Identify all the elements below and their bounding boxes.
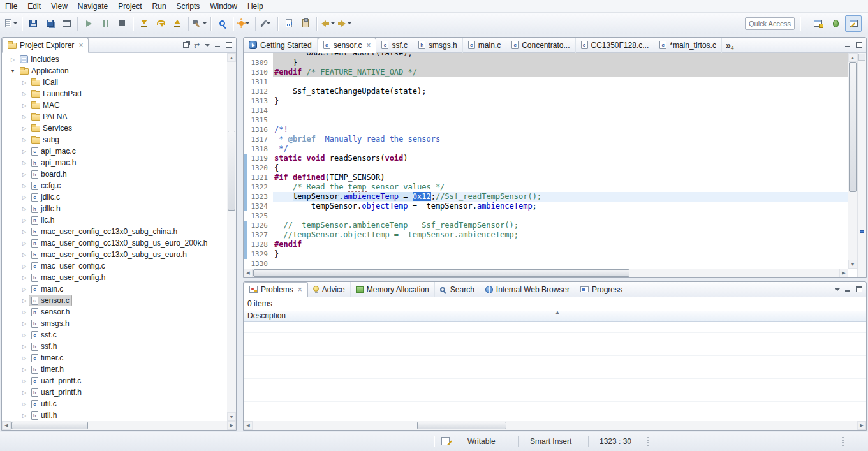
code-line[interactable]: 1326 // tempSensor.ambienceTemp = Ssf_re… [244, 221, 848, 230]
menu-item-navigate[interactable]: Navigate [73, 1, 113, 12]
tab-overflow-button[interactable]: » 4 [726, 39, 734, 52]
build-button[interactable] [192, 16, 207, 31]
editor-tab[interactable]: cmain.c [463, 38, 506, 53]
line-number[interactable]: 1312 [244, 87, 268, 96]
forward-button[interactable] [337, 16, 352, 31]
ccs-debug-perspective-button[interactable] [827, 15, 844, 32]
tree-item[interactable]: ▷cjdllc.c [2, 191, 227, 203]
minimize-button[interactable] [215, 42, 221, 48]
editor-tab[interactable]: Getting Started [244, 38, 318, 53]
line-number[interactable]: 1329 [244, 249, 268, 259]
scroll-left-icon[interactable]: ◀ [2, 421, 11, 430]
overview-ruler[interactable] [857, 53, 866, 277]
scroll-left-icon[interactable]: ◀ [244, 269, 253, 277]
problems-table[interactable] [244, 322, 866, 421]
expand-arrow-icon[interactable]: ▷ [20, 126, 29, 131]
tree-item-row[interactable]: cutil.c [29, 398, 59, 410]
open-perspective-button[interactable] [809, 15, 826, 32]
line-number[interactable]: 1324 [244, 202, 268, 211]
expand-arrow-icon[interactable]: ▷ [20, 298, 29, 304]
expand-arrow-icon[interactable]: ▷ [20, 195, 29, 200]
tree-item[interactable]: ▷hmac_user_config_cc13x0_subg_china.h [2, 226, 227, 237]
code-line[interactable]: 1323 tempSensor.ambienceTemp = 0x12;//Ss… [244, 192, 848, 202]
overview-annotation[interactable] [860, 230, 864, 233]
tree-item-row[interactable]: cmain.c [29, 283, 66, 295]
tree-item[interactable]: ▷LaunchPad [2, 88, 227, 100]
menu-item-run[interactable]: Run [147, 1, 172, 12]
code-line[interactable]: 1317 * @brief Manually read the sensors [244, 135, 848, 144]
code-line[interactable]: 1319static void readSensors(void) [244, 154, 848, 163]
editor-hscrollbar[interactable]: ◀ ▶ [244, 269, 848, 277]
tree-item-row[interactable]: ICall [29, 77, 61, 88]
expand-arrow-icon[interactable]: ▷ [20, 240, 29, 246]
project-explorer-tab[interactable]: Project Explorer × [2, 38, 89, 53]
expand-arrow-icon[interactable]: ▷ [20, 206, 29, 212]
new-file-button[interactable] [3, 16, 18, 31]
tree-item-row[interactable]: Includes [17, 54, 62, 65]
save-all-button[interactable] [42, 16, 57, 31]
expand-arrow-icon[interactable]: ▷ [8, 57, 17, 63]
close-icon[interactable]: × [298, 286, 302, 293]
view-tab[interactable]: Internal Web Browser [480, 282, 575, 297]
line-number[interactable]: 1313 [244, 96, 268, 106]
line-number[interactable]: 1316 [244, 125, 268, 135]
step-over-button[interactable] [153, 16, 168, 31]
menu-item-edit[interactable]: Edit [22, 1, 46, 12]
expand-arrow-icon[interactable]: ▷ [20, 149, 29, 154]
menu-item-project[interactable]: Project [113, 1, 147, 12]
menu-item-file[interactable]: File [0, 1, 22, 12]
editor-hscroll-thumb[interactable] [253, 269, 629, 277]
tree-item[interactable]: ▷csensor.c [2, 295, 227, 306]
run-button[interactable] [81, 16, 96, 31]
menu-item-view[interactable]: View [46, 1, 73, 12]
editor-vscroll-thumb[interactable] [849, 62, 857, 192]
save-button[interactable] [26, 16, 41, 31]
link-with-editor-button[interactable]: ⇄ [194, 42, 200, 48]
tree-item-row[interactable]: htimer.h [29, 364, 66, 375]
code-line[interactable]: OADClient_abort(false); [244, 53, 848, 58]
code-line[interactable]: 1316/*! [244, 125, 848, 135]
expand-arrow-icon[interactable]: ▷ [20, 413, 29, 418]
tree-item[interactable]: ▷PALNA [2, 111, 227, 122]
flash-button[interactable] [237, 16, 252, 31]
minimize-button[interactable] [845, 286, 851, 292]
editor-tab[interactable]: cCC1350F128.c... [576, 38, 655, 53]
expand-arrow-icon[interactable]: ▷ [20, 355, 29, 361]
stop-button[interactable] [114, 16, 129, 31]
code-line[interactable]: 1325 [244, 211, 848, 221]
code-area[interactable]: OADClient_abort(false);1309 }1310#endif … [244, 53, 848, 269]
memory-report-button[interactable] [281, 16, 297, 31]
project-tree[interactable]: ▷Includes▾Application▷ICall▷LaunchPad▷MA… [2, 53, 227, 421]
collapse-all-button[interactable] [183, 42, 189, 48]
tree-item[interactable]: ▷ctimer.c [2, 352, 227, 364]
view-menu-button[interactable] [205, 44, 210, 47]
view-tab[interactable]: Search [435, 282, 480, 297]
tree-item[interactable]: ▷hapi_mac.h [2, 157, 227, 168]
tree-item-row[interactable]: MAC [29, 100, 63, 111]
code-line[interactable]: 1318 */ [244, 144, 848, 154]
tree-item-row[interactable]: cuart_printf.c [29, 375, 84, 387]
expand-arrow-icon[interactable]: ▷ [20, 229, 29, 235]
tree-item-row[interactable]: Application [17, 65, 71, 77]
line-number[interactable]: 1326 [244, 221, 268, 230]
expand-arrow-icon[interactable]: ▾ [8, 68, 17, 74]
expand-arrow-icon[interactable]: ▷ [20, 321, 29, 327]
tree-item-row[interactable]: hssf.h [29, 341, 59, 352]
expand-arrow-icon[interactable]: ▷ [20, 309, 29, 315]
tree-item-row[interactable]: cmac_user_config.c [29, 260, 108, 272]
line-number[interactable]: 1310 [244, 68, 268, 77]
tree-item-row[interactable]: hsmsgs.h [29, 318, 72, 329]
tree-item-row[interactable]: csensor.c [29, 295, 72, 306]
scroll-up-icon[interactable]: ▲ [227, 53, 236, 62]
tree-item-row[interactable]: Services [29, 122, 75, 134]
code-line[interactable]: 1327 //tempSensor.objectTemp = tempSenso… [244, 230, 848, 240]
code-line[interactable]: 1313} [244, 96, 848, 106]
step-return-button[interactable] [170, 16, 185, 31]
line-number[interactable]: 1322 [244, 182, 268, 192]
editor-tab[interactable]: csensor.c× [318, 38, 377, 53]
scroll-right-icon[interactable]: ▶ [839, 269, 848, 277]
tree-item[interactable]: ▷cutil.c [2, 398, 227, 410]
tree-item[interactable]: ▷Services [2, 122, 227, 134]
view-tab[interactable]: Advice [308, 282, 351, 297]
tree-item-row[interactable]: LaunchPad [29, 88, 84, 100]
